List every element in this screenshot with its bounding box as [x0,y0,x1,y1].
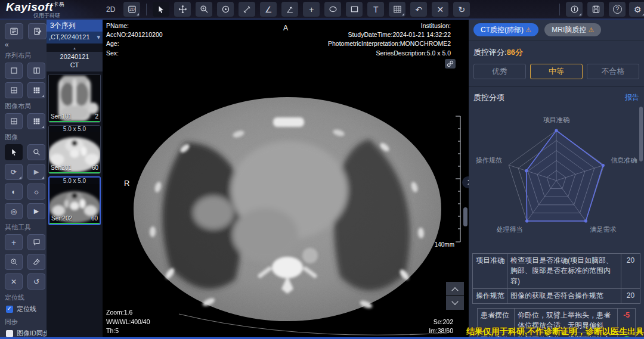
scroll-down-button[interactable] [446,296,464,310]
grade-medium-button[interactable]: 中等 [530,64,583,79]
svg-text:处理得当: 处理得当 [497,226,523,233]
qc-score: 质控评分:86分 [469,41,644,58]
tab-ct-lung-qc[interactable]: CT质控(肺部) ⚠ [473,23,538,36]
help-button[interactable]: ? [609,2,626,17]
chain-link-icon [447,60,454,67]
text-annotation-tool-button[interactable]: T [367,2,384,17]
layout-2x2-button[interactable] [5,82,23,98]
toolbar-separator-2 [559,4,560,15]
img-layout-2x2-button[interactable] [5,113,23,129]
cobb-angle-tool-button[interactable] [281,2,298,17]
invert-tool-button[interactable]: ◐ [5,184,23,200]
clear-tool-button[interactable]: ✕ [5,273,23,290]
app-logo: Kayisoft卡易 仅用于科研 [0,0,106,19]
report-panel-button[interactable] [28,23,47,39]
cobb-angle-icon [286,5,294,14]
flip-tool-button[interactable]: ▶ [27,164,45,180]
scroll-up-button[interactable] [446,282,464,296]
eraser-tool-button[interactable] [27,254,45,270]
pointer-icon [10,148,18,156]
undo-icon: ↶ [415,5,422,14]
svg-text:项目准确: 项目准确 [543,116,569,123]
crosshair-tool-button[interactable]: + [5,234,23,250]
pointer-tool-sidebar-button[interactable] [5,144,23,160]
pan-icon [178,5,187,14]
series-group-header[interactable]: 20240121 CT [47,52,103,71]
plus-icon: + [11,238,16,247]
spiral-tool-button[interactable]: ◎ [5,203,23,219]
checkbox-image-id-sync[interactable]: 图像ID同步 [6,329,47,338]
magnifier-icon [33,148,41,156]
checkbox-locator-line[interactable]: 定位线 [6,304,47,313]
layout-2d-button[interactable]: 2D [123,2,140,17]
layout-1x2-button[interactable] [27,63,45,79]
x-icon: ✕ [11,278,17,285]
grade-excellent-button[interactable]: 优秀 [473,64,526,79]
panel-scrollbar-thumb[interactable] [639,107,643,161]
table-row: 操作规范 图像的获取是否符合操作规范 20 [473,289,640,303]
report-link[interactable]: 报告 [625,92,639,103]
img-layout-3x3-button[interactable] [27,113,45,129]
info-icon [570,5,579,14]
cine-play-button[interactable]: ▶ [27,203,45,219]
length-measure-tool-button[interactable] [239,2,255,17]
series-selector-dropdown[interactable]: ,CT,20240121 ▾ [47,32,103,43]
checkbox-checked-icon[interactable] [6,306,13,313]
save-button[interactable] [587,2,604,17]
image-grid-tool-button[interactable] [389,2,405,17]
probe-tool-button[interactable]: + [303,2,320,17]
chevron-up-icon [451,287,458,294]
brand-name-cn: 卡易 [53,1,64,7]
settings-gear-icon: ⚙ [634,5,642,14]
rect-roi-tool-button[interactable] [346,2,363,17]
info-button[interactable] [566,2,583,17]
window-level-icon [221,5,230,14]
image-viewport[interactable]: PName: AccNO:2401210200 Age: Sex: A Inst… [103,20,469,339]
delete-annotation-button[interactable]: ✕ [432,2,448,17]
window-level-tool-button[interactable] [217,2,234,17]
ct-image [113,77,458,337]
toolbar-separator [146,4,147,15]
checkbox-icon[interactable] [6,330,13,337]
undo-button[interactable]: ↶ [410,2,427,17]
scale-ruler [453,115,462,245]
thumbnail-series-202-selected[interactable]: 5.0 x 5.0 Ser:202 60 [48,176,101,225]
overlay-study-info: Institusion: StudyDateTime:2024-01-21 14… [328,21,451,58]
series-link-button[interactable] [445,59,456,69]
rotate-tool-button[interactable]: ⟳ [5,164,23,180]
table-row: 项目准确 检查项目是否准确(项目如脑部、胸部、腹部是否在标准的范围内容) 20 [473,254,640,289]
zoom-in-tool-button[interactable] [196,2,212,17]
comment-tool-button[interactable] [27,234,45,250]
tab-mri-brain-qc[interactable]: MRI脑质控 ⚠ [544,23,601,36]
magnify-tool-button[interactable] [27,144,45,160]
reset-view-button[interactable]: ↺ [27,273,45,290]
pointer-tool-button[interactable] [153,2,169,17]
orientation-marker-anterior: A [283,23,288,33]
thumbnail-series-201[interactable]: 5.0 x 5.0 Ser:201 60 [48,125,101,174]
ellipse-roi-tool-button[interactable] [324,2,341,17]
panel-collapse-handle[interactable] [462,176,469,188]
chevron-down-icon: ▾ [97,33,100,43]
grade-fail-button[interactable]: 不合格 [587,64,639,79]
left-tool-sidebar: « 序列布局 图像布局 图像 ⟳ ▶ ◐ ☼ ◎ ▶ 其他工具 + ✕ ↺ [0,20,47,339]
group-collapse-icon[interactable]: ▴ [47,46,103,52]
angle-measure-tool-button[interactable]: ∠ [260,2,277,17]
pan-tool-button[interactable] [174,2,191,17]
layout-3x3-button[interactable] [27,82,45,98]
viewport-scrollbar-thumb[interactable] [463,207,467,226]
settings-button[interactable]: ⚙ [629,2,644,17]
overlay-patient-info: PName: AccNO:2401210200 Age: Sex: [106,21,163,58]
top-toolbar: Kayisoft卡易 仅用于科研 2D 2D ∠ + T ↶ [0,0,644,20]
series-list-button[interactable] [5,23,23,39]
brightness-tool-button[interactable]: ☼ [27,184,45,200]
load-progress-bar [49,223,100,224]
thumbnail-scout[interactable]: Ser:101 2 [48,74,101,123]
ellipse-roi-icon [329,5,338,14]
magnify-glass-tool-button[interactable] [5,254,23,270]
collapse-sidebar-button[interactable]: « [5,41,47,49]
zoom-in-icon [200,5,209,14]
layout-1x1-button[interactable] [5,63,23,79]
slice-scroll-buttons [446,282,464,310]
section-other-tools: 其他工具 [5,223,47,232]
reset-button[interactable]: ↻ [453,2,470,17]
